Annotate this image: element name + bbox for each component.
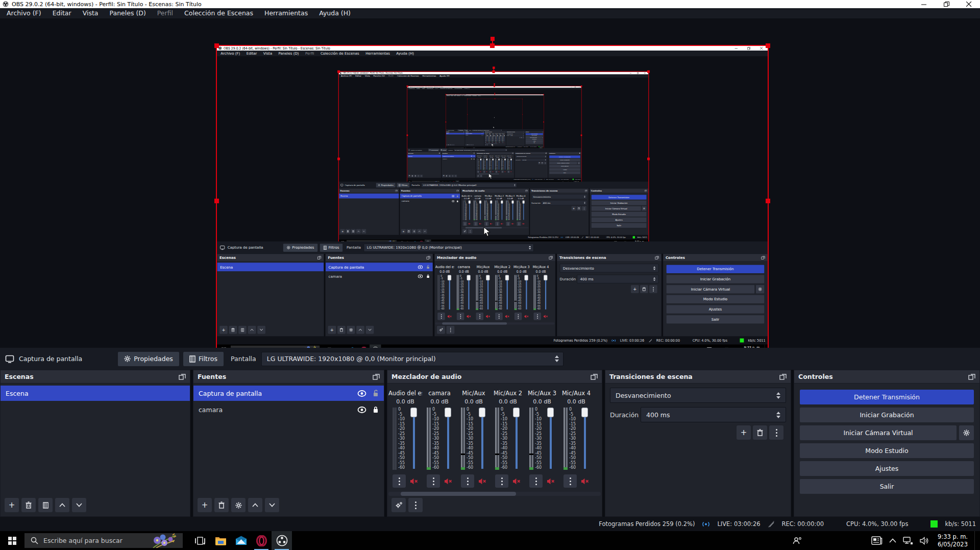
mute-icon[interactable]	[444, 478, 452, 485]
meter-scale: 0-5-10-15-20-25-30-35-40-45-50-55-60	[459, 275, 465, 310]
menu-paneles[interactable]: Paneles (D)	[104, 8, 152, 18]
scenes-dock: Escenas Escena +	[217, 254, 324, 337]
menu-herramientas[interactable]: Herramientas	[259, 8, 313, 18]
volume-slider[interactable]	[512, 408, 521, 470]
scene-filters-button[interactable]	[38, 498, 53, 512]
slider-handle[interactable]	[445, 408, 451, 417]
news-widget-icon[interactable]	[871, 536, 883, 545]
mute-icon[interactable]	[547, 478, 555, 485]
move-source-down-button[interactable]	[265, 498, 279, 512]
mixer-scrollbar[interactable]	[388, 492, 601, 496]
remove-scene-button[interactable]	[21, 498, 36, 512]
add-scene-button[interactable]: +	[5, 498, 19, 512]
mixer-channel: Mic/Aux 40.0 dB0-5-10-15-20-25-30-35-40-…	[559, 390, 593, 488]
preview-canvas[interactable]: OBS 29.0.2 (64-bit, windows) - Perfil: S…	[0, 18, 980, 348]
slider-handle[interactable]	[513, 408, 520, 417]
unlock-icon[interactable]	[373, 390, 379, 397]
mixer-channel: Mic/Aux 20.0 dB0-5-10-15-20-25-30-35-40-…	[493, 265, 512, 320]
scene-list-item[interactable]: Escena	[1, 386, 190, 401]
channel-menu-button[interactable]	[495, 474, 508, 488]
virtual-camera-settings-button[interactable]	[959, 425, 974, 440]
popout-icon[interactable]	[968, 373, 975, 380]
volume-slider[interactable]	[547, 408, 555, 470]
lock-icon[interactable]	[373, 406, 379, 413]
scrollbar-thumb[interactable]	[401, 492, 516, 496]
studio-mode-button[interactable]: Modo Estudio	[800, 443, 974, 458]
move-source-up-button[interactable]	[248, 498, 262, 512]
menu-ayuda[interactable]: Ayuda (H)	[313, 8, 356, 18]
network-icon[interactable]	[903, 537, 913, 545]
mixer-menu-button[interactable]	[408, 498, 423, 512]
channel-menu-button[interactable]	[461, 474, 474, 488]
menu-vista[interactable]: Vista	[77, 8, 104, 18]
popout-icon[interactable]	[591, 373, 598, 380]
start-virtual-camera-button[interactable]: Iniciar Cámara Virtual	[800, 425, 957, 440]
rotation-handle[interactable]	[491, 37, 495, 41]
slider-handle[interactable]	[410, 408, 417, 417]
slider-handle[interactable]	[547, 408, 554, 417]
transitions-toolbar: +	[538, 162, 546, 164]
screen-select-dropdown[interactable]: LG ULTRAWIDE: 1920x1080 @ 0,0 (Monitor p…	[261, 352, 564, 366]
properties-button[interactable]: Propiedades	[118, 352, 179, 366]
remove-source-button[interactable]	[214, 498, 229, 512]
opera-browser-button[interactable]	[251, 531, 272, 550]
mute-icon[interactable]	[581, 478, 589, 485]
menu-coleccion-escenas[interactable]: Colección de Escenas	[179, 8, 259, 18]
people-icon[interactable]	[793, 537, 802, 545]
volume-icon[interactable]	[920, 537, 929, 545]
restore-button[interactable]	[935, 0, 958, 8]
menu-perfil[interactable]: Perfil	[152, 8, 179, 18]
channel-menu-button[interactable]	[564, 474, 577, 488]
popout-icon[interactable]	[779, 373, 787, 380]
volume-slider[interactable]	[410, 408, 418, 470]
volume-slider[interactable]	[478, 408, 486, 470]
mail-button[interactable]	[231, 531, 251, 550]
menu-archivo[interactable]: Archivo (F)	[1, 8, 47, 18]
popout-icon[interactable]	[179, 373, 186, 380]
volume-slider[interactable]	[581, 408, 589, 470]
show-desktop-strip[interactable]	[974, 531, 977, 550]
mute-icon[interactable]	[410, 478, 418, 485]
minimize-button[interactable]	[913, 0, 935, 8]
remove-transition-button[interactable]	[753, 425, 767, 440]
volume-slider[interactable]	[444, 408, 452, 470]
mute-icon[interactable]	[478, 478, 486, 485]
start-recording-button[interactable]: Iniciar Grabación	[800, 408, 974, 422]
source-list-item[interactable]: Captura de pantalla	[193, 386, 384, 401]
channel-menu-button[interactable]	[529, 474, 543, 488]
source-properties-button[interactable]	[231, 498, 246, 512]
add-source-button[interactable]: +	[198, 498, 212, 512]
taskbar-search-box[interactable]: Escribe aquí para buscar	[24, 533, 183, 548]
slider-handle[interactable]	[581, 408, 588, 417]
popout-icon	[395, 189, 397, 192]
mute-icon[interactable]	[512, 478, 521, 485]
channel-menu-button[interactable]	[393, 474, 406, 488]
exit-button[interactable]: Salir	[800, 479, 974, 494]
obs-studio-button[interactable]	[272, 531, 292, 550]
menu-editar[interactable]: Editar	[47, 8, 77, 18]
add-transition-button[interactable]: +	[737, 425, 751, 440]
tray-expand-chevron-icon[interactable]	[889, 538, 896, 543]
move-scene-up-button[interactable]	[55, 498, 69, 512]
close-button[interactable]	[958, 0, 980, 8]
visibility-eye-icon[interactable]	[357, 390, 366, 397]
slider-handle[interactable]	[479, 408, 485, 417]
taskbar-clock[interactable]: 9:33 p. m. 6/05/2023	[936, 533, 968, 548]
start-button[interactable]	[0, 531, 24, 550]
mute-icon	[510, 171, 512, 172]
source-list-item[interactable]: camara	[193, 402, 384, 417]
transition-select[interactable]: Desvanecimiento	[610, 388, 786, 403]
visibility-eye-icon[interactable]	[357, 406, 366, 413]
task-view-button[interactable]	[190, 531, 210, 550]
channel-menu-button[interactable]	[427, 474, 440, 488]
file-explorer-button[interactable]	[210, 531, 231, 550]
stop-streaming-button[interactable]: Detener Transmisión	[800, 390, 974, 404]
transition-menu-button[interactable]	[769, 425, 783, 440]
preview-content[interactable]: OBS 29.0.2 (64-bit, windows) - Perfil: S…	[217, 46, 768, 356]
filters-button[interactable]: Filtros	[183, 352, 224, 366]
move-scene-down-button[interactable]	[72, 498, 86, 512]
settings-button[interactable]: Ajustes	[800, 461, 974, 476]
popout-icon[interactable]	[373, 373, 380, 380]
advanced-audio-button[interactable]	[391, 498, 406, 512]
duration-spinbox[interactable]: 400 ms	[641, 407, 786, 422]
